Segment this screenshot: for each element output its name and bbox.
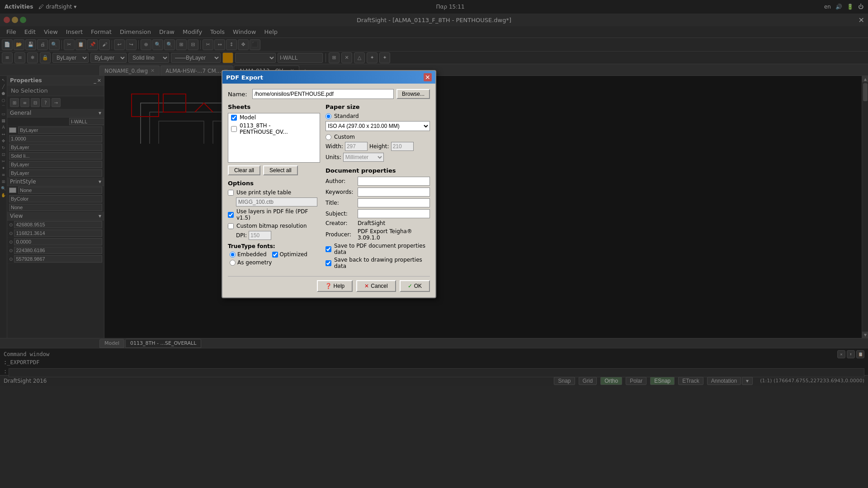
author-input[interactable] (358, 177, 430, 186)
use-layers-label: Use layers in PDF file (PDF v1.5) (236, 208, 320, 221)
custom-radio[interactable] (326, 134, 331, 140)
sheet-0113-checkbox[interactable] (231, 126, 237, 132)
dialog-name-label: Name: (228, 91, 250, 98)
custom-bitmap-label: Custom bitmap resolution (236, 223, 307, 229)
use-print-style-checkbox[interactable] (228, 190, 234, 196)
help-button[interactable]: ❓ Help (317, 280, 353, 292)
dialog-title-text: PDF Export (226, 74, 263, 81)
sheet-0113[interactable]: 0113_8TH - PENTHOUSE_OV... (228, 122, 320, 136)
keywords-label: Keywords: (326, 189, 355, 195)
custom-bitmap-checkbox[interactable] (228, 223, 234, 229)
truetype-radio-group: Embedded Optimized (230, 251, 320, 258)
tt-as-geometry: As geometry (230, 259, 320, 266)
doc-props-section: Document properties Author: Keywords: Ti… (326, 167, 430, 269)
paper-size-title: Paper size (326, 103, 430, 110)
ok-btn-label: OK (414, 283, 422, 289)
dialog-left-col: Sheets Model 0113_8TH - PENTHOUSE_OV... … (228, 103, 320, 271)
tt-optimized-check[interactable] (272, 252, 278, 258)
save-to-pdf-label: Save to PDF document properties data (334, 243, 430, 255)
pdf-name-input[interactable] (252, 89, 394, 99)
title-label: Title: (326, 200, 355, 206)
doc-props-title: Document properties (326, 167, 430, 174)
units-row: Units: Millimeter (326, 153, 430, 162)
dpi-input[interactable] (249, 231, 271, 240)
save-to-pdf-row: Save to PDF document properties data (326, 243, 430, 255)
standard-radio[interactable] (326, 113, 331, 119)
producer-label: Producer: (326, 231, 355, 238)
options-title: Options (228, 180, 320, 187)
custom-label: Custom (334, 134, 355, 140)
save-to-pdf-checkbox[interactable] (326, 246, 331, 252)
tt-embedded: Embedded (230, 251, 267, 258)
pdf-export-dialog: PDF Export ✕ Name: Browse... Sheets Mode… (222, 70, 436, 298)
sheet-0113-label: 0113_8TH - PENTHOUSE_OV... (240, 122, 317, 135)
author-row: Author: (326, 177, 430, 186)
standard-label: Standard (334, 113, 359, 119)
width-row: Width: Height: (326, 142, 430, 151)
subject-row: Subject: (326, 209, 430, 218)
select-all-btn[interactable]: Select all (263, 165, 298, 175)
subject-label: Subject: (326, 211, 355, 217)
use-print-style-label: Use print style table (236, 189, 291, 196)
tt-as-geometry-row: As geometry (228, 259, 320, 266)
sheets-title: Sheets (228, 103, 320, 110)
height-input[interactable] (391, 142, 414, 151)
sheets-buttons: Clear all Select all (228, 165, 320, 175)
dialog-columns: Sheets Model 0113_8TH - PENTHOUSE_OV... … (228, 103, 430, 271)
help-icon: ❓ (325, 283, 332, 289)
producer-value: PDF Export Teigha® 3.09.1.0 (358, 228, 430, 241)
subject-input[interactable] (358, 209, 430, 218)
dpi-label: DPI: (236, 232, 247, 239)
creator-row: Creator: DraftSight (326, 220, 430, 226)
custom-radio-row: Custom (326, 134, 430, 140)
dialog-name-row: Name: Browse... (228, 89, 430, 99)
width-input[interactable] (345, 142, 368, 151)
options-section: Options Use print style table Use layers… (228, 180, 320, 266)
width-label: Width: (326, 143, 343, 150)
ok-button[interactable]: ✓ OK (400, 280, 430, 292)
tt-as-geometry-radio[interactable] (230, 260, 236, 266)
sheet-model-checkbox[interactable] (231, 115, 237, 121)
print-style-file-input[interactable] (236, 197, 317, 206)
cancel-icon: ✕ (364, 283, 369, 289)
save-back-checkbox[interactable] (326, 260, 331, 266)
dialog-close-btn[interactable]: ✕ (424, 73, 432, 81)
paper-size-select[interactable]: ISO A4 (297.00 x 210.00 MM) (326, 121, 430, 131)
sheets-list: Model 0113_8TH - PENTHOUSE_OV... (228, 113, 320, 163)
sheet-model[interactable]: Model (228, 113, 320, 122)
help-btn-label: Help (334, 283, 345, 289)
clear-all-btn[interactable]: Clear all (228, 165, 260, 175)
cancel-btn-label: Cancel (371, 283, 387, 289)
sheet-model-label: Model (240, 114, 256, 121)
creator-value: DraftSight (358, 220, 385, 226)
use-print-style-row: Use print style table (228, 189, 320, 196)
keywords-row: Keywords: (326, 188, 430, 197)
units-label: Units: (326, 154, 341, 160)
save-back-label: Save back to drawing properties data (334, 257, 430, 269)
use-layers-checkbox[interactable] (228, 212, 234, 218)
title-row: Title: (326, 198, 430, 207)
tt-optimized: Optimized (272, 251, 307, 258)
height-label: Height: (369, 143, 389, 150)
producer-row: Producer: PDF Export Teigha® 3.09.1.0 (326, 228, 430, 241)
cancel-button[interactable]: ✕ Cancel (356, 280, 396, 292)
save-back-row: Save back to drawing properties data (326, 257, 430, 269)
tt-embedded-radio[interactable] (230, 252, 236, 258)
standard-radio-row: Standard (326, 113, 430, 119)
dialog-title-bar: PDF Export ✕ (222, 71, 435, 84)
ok-icon: ✓ (408, 283, 412, 289)
browse-btn[interactable]: Browse... (396, 89, 430, 99)
dialog-right-col: Paper size Standard ISO A4 (297.00 x 210… (326, 103, 430, 271)
keywords-input[interactable] (358, 188, 430, 197)
truetype-label: TrueType fonts: (228, 243, 275, 249)
truetype-section: TrueType fonts: Embedded Optimized (228, 243, 320, 266)
dialog-buttons: ❓ Help ✕ Cancel ✓ OK (228, 276, 430, 292)
custom-bitmap-row: Custom bitmap resolution (228, 223, 320, 229)
title-input[interactable] (358, 198, 430, 207)
units-select[interactable]: Millimeter (343, 153, 384, 162)
dialog-body: Name: Browse... Sheets Model 0113_8TH - … (222, 84, 435, 297)
use-layers-row: Use layers in PDF file (PDF v1.5) (228, 208, 320, 221)
author-label: Author: (326, 178, 355, 184)
creator-label: Creator: (326, 220, 355, 226)
